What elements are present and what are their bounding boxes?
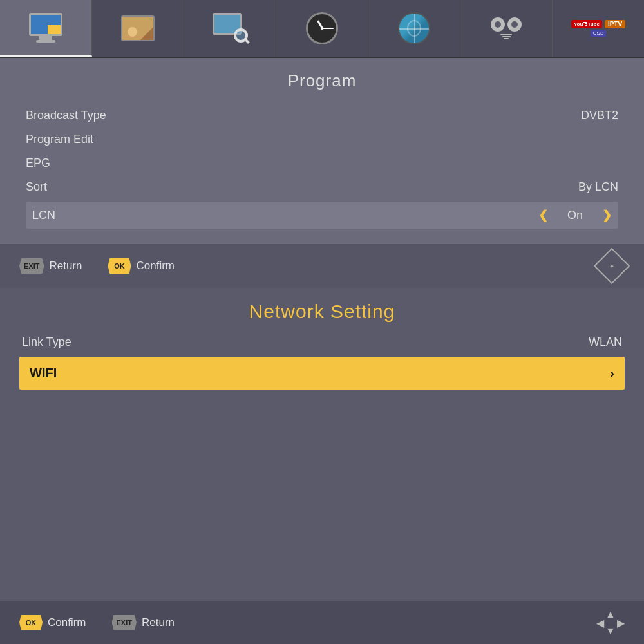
- confirm-label: Confirm: [136, 260, 175, 272]
- media-icon: [118, 9, 157, 48]
- apps-icon: You▶Tube IPTV USB: [579, 9, 618, 48]
- network-confirm-label: Confirm: [48, 616, 86, 629]
- wifi-label: WIFI: [30, 366, 57, 381]
- epg-label: EPG: [26, 156, 50, 170]
- nav-item-media[interactable]: [92, 0, 184, 57]
- wifi-row[interactable]: WIFI ›: [19, 357, 625, 390]
- top-nav: You▶Tube IPTV USB: [0, 0, 644, 58]
- program-section: Program Broadcast Type DVBT2 Program Edi…: [0, 58, 644, 244]
- nav-item-network[interactable]: [368, 0, 460, 57]
- broadcast-type-row: Broadcast Type DVBT2: [26, 104, 618, 128]
- exit-label: Return: [49, 260, 82, 272]
- network-confirm-button[interactable]: OK Confirm: [19, 615, 86, 630]
- clock-icon: [303, 9, 341, 48]
- network-footer: OK Confirm EXIT Return ▲ ▼ ◀ ▶: [0, 601, 644, 644]
- settings-icon: [487, 9, 526, 48]
- link-type-label: Link Type: [22, 336, 71, 349]
- lcn-next-button[interactable]: ❯: [602, 208, 612, 222]
- nav-item-clock[interactable]: [276, 0, 368, 57]
- ok-badge: OK: [108, 258, 131, 274]
- program-footer: EXIT Return OK Confirm ✦: [0, 244, 644, 288]
- network-exit-button[interactable]: EXIT Return: [112, 615, 175, 630]
- sort-row[interactable]: Sort By LCN: [26, 175, 618, 199]
- nav-diamond-network: ▲ ▼ ◀ ▶: [596, 609, 625, 637]
- program-edit-row[interactable]: Program Edit: [26, 128, 618, 151]
- exit-button[interactable]: EXIT Return: [19, 258, 82, 274]
- network-exit-badge: EXIT: [112, 615, 137, 630]
- content-area: Program Broadcast Type DVBT2 Program Edi…: [0, 58, 644, 644]
- program-title: Program: [26, 71, 618, 91]
- nav-item-search[interactable]: [184, 0, 276, 57]
- link-type-value: WLAN: [589, 336, 622, 349]
- network-title: Network Setting: [19, 301, 625, 323]
- network-exit-label: Return: [142, 616, 175, 629]
- nav-item-program[interactable]: [0, 0, 92, 57]
- lcn-value: On: [556, 209, 594, 222]
- epg-row[interactable]: EPG: [26, 151, 618, 175]
- network-ok-badge: OK: [19, 615, 43, 630]
- program-edit-label: Program Edit: [26, 133, 93, 146]
- search-monitor-icon: [211, 9, 249, 48]
- lcn-control: ❮ On ❯: [538, 208, 612, 222]
- wifi-arrow: ›: [610, 366, 614, 381]
- nav-diamond-program: ✦: [599, 253, 625, 279]
- sort-value: By LCN: [578, 180, 618, 194]
- lcn-row[interactable]: LCN ❮ On ❯: [26, 202, 618, 229]
- lcn-prev-button[interactable]: ❮: [538, 208, 548, 222]
- link-type-row: Link Type WLAN: [19, 336, 625, 349]
- nav-item-apps[interactable]: You▶Tube IPTV USB: [553, 0, 644, 57]
- globe-icon: [395, 9, 433, 48]
- exit-badge: EXIT: [19, 258, 44, 274]
- nav-item-settings[interactable]: [460, 0, 553, 57]
- lcn-label: LCN: [32, 209, 538, 222]
- broadcast-type-label: Broadcast Type: [26, 109, 106, 122]
- confirm-button[interactable]: OK Confirm: [108, 258, 175, 274]
- sort-label: Sort: [26, 180, 47, 194]
- program-icon: [26, 8, 65, 47]
- network-section: Network Setting Link Type WLAN WIFI ›: [0, 288, 644, 644]
- broadcast-type-value: DVBT2: [581, 109, 618, 122]
